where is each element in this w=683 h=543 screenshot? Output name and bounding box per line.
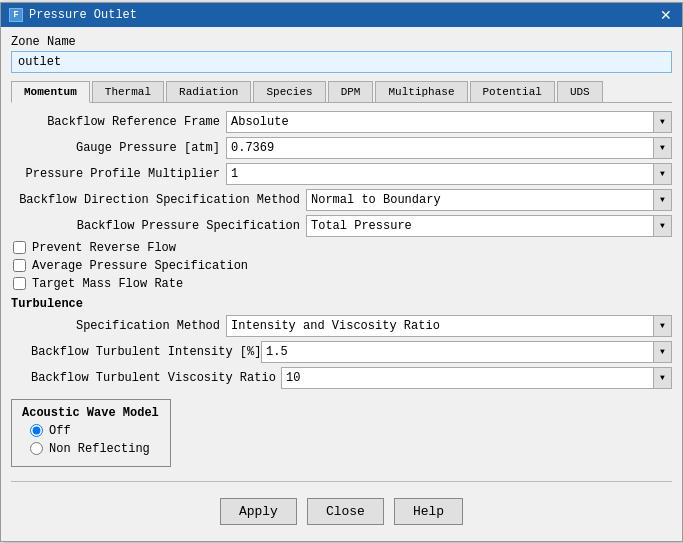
avg-pressure-spec-row: Average Pressure Specification [11, 259, 672, 273]
backflow-pressure-row: Backflow Pressure Specification Total Pr… [11, 215, 672, 237]
main-content: Zone Name Momentum Thermal Radiation Spe… [1, 27, 682, 541]
tab-bar: Momentum Thermal Radiation Species DPM M… [11, 81, 672, 103]
tab-multiphase[interactable]: Multiphase [375, 81, 467, 102]
pressure-profile-label: Pressure Profile Multiplier [11, 167, 226, 181]
spec-method-arrow[interactable]: ▼ [654, 315, 672, 337]
titlebar-left: F Pressure Outlet [9, 8, 137, 22]
backflow-ref-frame-value[interactable]: Absolute [226, 111, 654, 133]
turbulence-title: Turbulence [11, 297, 672, 311]
backflow-turb-viscosity-wrap: ▼ [281, 367, 672, 389]
pressure-outlet-dialog: F Pressure Outlet ✕ Zone Name Momentum T… [0, 2, 683, 542]
acoustic-title: Acoustic Wave Model [22, 406, 160, 420]
gauge-pressure-row: Gauge Pressure [atm] ▼ [11, 137, 672, 159]
backflow-dir-value[interactable]: Normal to Boundary [306, 189, 654, 211]
pressure-profile-input-wrap: ▼ [226, 163, 672, 185]
backflow-turb-viscosity-label: Backflow Turbulent Viscosity Ratio [31, 371, 281, 385]
acoustic-non-reflecting-label: Non Reflecting [49, 442, 150, 456]
backflow-ref-frame-arrow[interactable]: ▼ [654, 111, 672, 133]
prevent-reverse-flow-checkbox[interactable] [13, 241, 26, 254]
pressure-profile-input[interactable] [226, 163, 654, 185]
backflow-pressure-select[interactable]: Total Pressure ▼ [306, 215, 672, 237]
zone-name-label: Zone Name [11, 35, 672, 49]
prevent-reverse-flow-row: Prevent Reverse Flow [11, 241, 672, 255]
acoustic-off-label: Off [49, 424, 71, 438]
backflow-pressure-label: Backflow Pressure Specification [11, 219, 306, 233]
target-mass-flow-row: Target Mass Flow Rate [11, 277, 672, 291]
backflow-ref-frame-label: Backflow Reference Frame [11, 115, 226, 129]
gauge-pressure-input[interactable] [226, 137, 654, 159]
backflow-dir-label: Backflow Direction Specification Method [11, 193, 306, 207]
gauge-pressure-input-wrap: ▼ [226, 137, 672, 159]
window-title: Pressure Outlet [29, 8, 137, 22]
backflow-turb-intensity-wrap: ▼ [261, 341, 672, 363]
tab-radiation[interactable]: Radiation [166, 81, 251, 102]
backflow-turb-viscosity-row: Backflow Turbulent Viscosity Ratio ▼ [11, 367, 672, 389]
tab-potential[interactable]: Potential [470, 81, 555, 102]
backflow-turb-viscosity-arrow[interactable]: ▼ [654, 367, 672, 389]
backflow-pressure-arrow[interactable]: ▼ [654, 215, 672, 237]
spec-method-label: Specification Method [31, 319, 226, 333]
zone-name-input[interactable] [11, 51, 672, 73]
backflow-turb-viscosity-input[interactable] [281, 367, 654, 389]
bottom-divider [11, 481, 672, 482]
backflow-turb-intensity-input[interactable] [261, 341, 654, 363]
backflow-ref-frame-select[interactable]: Absolute ▼ [226, 111, 672, 133]
target-mass-flow-checkbox[interactable] [13, 277, 26, 290]
help-button[interactable]: Help [394, 498, 463, 525]
backflow-dir-select[interactable]: Normal to Boundary ▼ [306, 189, 672, 211]
avg-pressure-spec-checkbox[interactable] [13, 259, 26, 272]
acoustic-off-row: Off [22, 424, 160, 438]
acoustic-non-reflecting-row: Non Reflecting [22, 442, 160, 456]
avg-pressure-spec-label: Average Pressure Specification [32, 259, 248, 273]
backflow-turb-intensity-row: Backflow Turbulent Intensity [%] ▼ [11, 341, 672, 363]
tab-thermal[interactable]: Thermal [92, 81, 164, 102]
tab-momentum[interactable]: Momentum [11, 81, 90, 103]
close-button[interactable]: Close [307, 498, 384, 525]
pressure-profile-row: Pressure Profile Multiplier ▼ [11, 163, 672, 185]
prevent-reverse-flow-label: Prevent Reverse Flow [32, 241, 176, 255]
backflow-dir-row: Backflow Direction Specification Method … [11, 189, 672, 211]
apply-button[interactable]: Apply [220, 498, 297, 525]
titlebar: F Pressure Outlet ✕ [1, 3, 682, 27]
acoustic-wave-model-box: Acoustic Wave Model Off Non Reflecting [11, 399, 171, 467]
target-mass-flow-label: Target Mass Flow Rate [32, 277, 183, 291]
backflow-turb-intensity-arrow[interactable]: ▼ [654, 341, 672, 363]
backflow-ref-frame-row: Backflow Reference Frame Absolute ▼ [11, 111, 672, 133]
gauge-pressure-arrow[interactable]: ▼ [654, 137, 672, 159]
acoustic-non-reflecting-radio[interactable] [30, 442, 43, 455]
spec-method-value[interactable]: Intensity and Viscosity Ratio [226, 315, 654, 337]
spec-method-row: Specification Method Intensity and Visco… [11, 315, 672, 337]
spec-method-select[interactable]: Intensity and Viscosity Ratio ▼ [226, 315, 672, 337]
tab-dpm[interactable]: DPM [328, 81, 374, 102]
app-icon: F [9, 8, 23, 22]
pressure-profile-arrow[interactable]: ▼ [654, 163, 672, 185]
acoustic-off-radio[interactable] [30, 424, 43, 437]
backflow-pressure-value[interactable]: Total Pressure [306, 215, 654, 237]
backflow-dir-arrow[interactable]: ▼ [654, 189, 672, 211]
close-window-button[interactable]: ✕ [658, 8, 674, 22]
button-row: Apply Close Help [11, 490, 672, 533]
tab-species[interactable]: Species [253, 81, 325, 102]
tab-uds[interactable]: UDS [557, 81, 603, 102]
backflow-turb-intensity-label: Backflow Turbulent Intensity [%] [31, 345, 261, 359]
gauge-pressure-label: Gauge Pressure [atm] [11, 141, 226, 155]
